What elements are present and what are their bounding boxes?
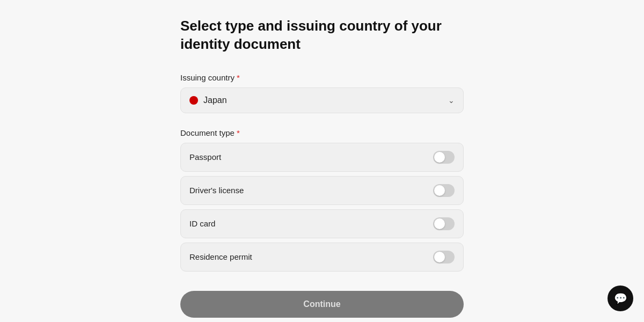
drivers-license-label: Driver's license (189, 186, 244, 195)
residence-permit-label: Residence permit (189, 252, 252, 261)
chat-bubble-button[interactable]: 💬 (608, 286, 633, 311)
drivers-license-toggle[interactable] (433, 184, 455, 197)
japan-flag (189, 96, 198, 105)
passport-label: Passport (189, 152, 221, 162)
residence-permit-toggle[interactable] (433, 251, 455, 264)
id-card-toggle[interactable] (433, 217, 455, 230)
document-option-id-card[interactable]: ID card (180, 209, 464, 238)
document-option-residence-permit[interactable]: Residence permit (180, 243, 464, 272)
document-option-passport[interactable]: Passport (180, 143, 464, 172)
required-star-doctype: * (237, 128, 240, 137)
main-container: Select type and issuing country of your … (172, 17, 472, 322)
passport-toggle[interactable] (433, 151, 455, 164)
country-select-left: Japan (189, 96, 227, 105)
country-name: Japan (203, 96, 227, 105)
chevron-down-icon: ⌄ (448, 96, 455, 105)
continue-button[interactable]: Continue (180, 291, 464, 318)
document-options-list: Passport Driver's license ID card Reside… (180, 143, 464, 272)
buttons-section: Continue Continue on phone (180, 291, 464, 322)
document-type-label: Document type * (180, 128, 464, 137)
document-type-section: Document type * Passport Driver's licens… (180, 128, 464, 272)
document-option-drivers-license[interactable]: Driver's license (180, 176, 464, 205)
chat-icon: 💬 (614, 292, 627, 305)
page-title: Select type and issuing country of your … (180, 17, 464, 54)
required-star-country: * (237, 73, 240, 82)
id-card-label: ID card (189, 219, 215, 228)
country-select-dropdown[interactable]: Japan ⌄ (180, 87, 464, 113)
issuing-country-label: Issuing country * (180, 73, 464, 82)
issuing-country-section: Issuing country * Japan ⌄ (180, 73, 464, 113)
